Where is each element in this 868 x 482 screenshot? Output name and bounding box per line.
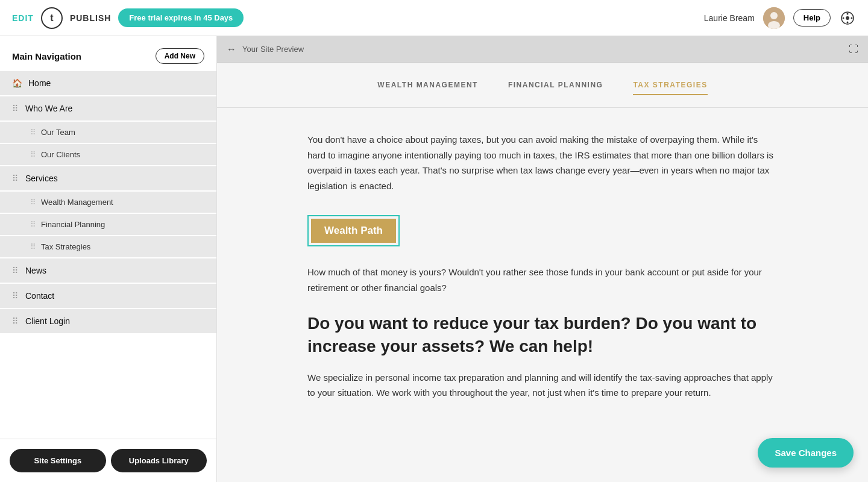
preview-label: Your Site Preview [242, 45, 304, 54]
svg-point-7 [843, 17, 844, 19]
nav-subitem-wealth-management-label: Wealth Management [41, 198, 113, 207]
nav-subitem-tax-strategies-label: Tax Strategies [41, 242, 90, 251]
svg-point-4 [846, 16, 849, 20]
nav-subitem-tax-strategies[interactable]: ⠿ Tax Strategies [0, 236, 216, 257]
sidebar-title: Main Navigation [12, 51, 81, 61]
site-settings-button[interactable]: Site Settings [10, 449, 106, 472]
wealth-path-button[interactable]: Wealth Path [311, 219, 396, 243]
trial-badge: Free trial expires in 45 Days [118, 8, 244, 27]
home-icon: 🏠 [12, 78, 22, 88]
drag-handle-icon: ⠿ [12, 104, 18, 113]
cta-heading: Do you want to reduce your tax burden? D… [307, 312, 778, 358]
nav-subitem-wealth-management[interactable]: ⠿ Wealth Management [0, 192, 216, 213]
nav-item-who-we-are-label: Who We Are [25, 104, 72, 113]
nav-item-services[interactable]: ⠿ Services [0, 166, 216, 190]
site-inner: WEALTH MANAGEMENT FINANCIAL PLANNING TAX… [217, 63, 868, 482]
add-new-button[interactable]: Add New [156, 48, 204, 64]
tab-tax-strategies[interactable]: TAX STRATEGIES [633, 81, 707, 95]
nav-subitem-our-clients-label: Our Clients [41, 150, 80, 159]
nav-subitem-financial-planning-label: Financial Planning [41, 220, 105, 229]
nav-item-home[interactable]: 🏠 Home [0, 71, 216, 95]
intro-text: You don't have a choice about paying tax… [307, 132, 778, 193]
drag-handle-icon: ⠿ [30, 150, 36, 159]
top-bar-right: Laurie Bream Help [704, 7, 856, 29]
main-layout: Main Navigation Add New 🏠 Home ⠿ Who We … [0, 36, 868, 482]
nav-item-client-login-label: Client Login [25, 316, 70, 326]
wealth-path-container: Wealth Path [307, 215, 778, 246]
nav-subitem-our-team-label: Our Team [41, 128, 75, 137]
nav-item-services-label: Services [25, 174, 58, 183]
preview-bar: ↔ Your Site Preview ⛶ [217, 36, 868, 63]
drag-handle-icon: ⠿ [30, 242, 36, 251]
avatar [763, 7, 785, 29]
nav-item-who-we-are[interactable]: ⠿ Who We Are [0, 96, 216, 120]
nav-subitem-our-team[interactable]: ⠿ Our Team [0, 122, 216, 143]
wealth-path-btn-wrapper: Wealth Path [307, 215, 400, 246]
sidebar-header: Main Navigation Add New [0, 36, 216, 71]
tab-financial-planning[interactable]: FINANCIAL PLANNING [508, 81, 603, 95]
drag-handle-icon: ⠿ [30, 128, 36, 137]
nav-item-home-label: Home [28, 78, 51, 88]
sidebar-nav: 🏠 Home ⠿ Who We Are ⠿ Our Team ⠿ Our Cli… [0, 71, 216, 439]
svg-point-1 [770, 12, 778, 19]
nav-subitem-financial-planning[interactable]: ⠿ Financial Planning [0, 214, 216, 235]
user-name: Laurie Bream [704, 13, 755, 23]
save-changes-button[interactable]: Save Changes [758, 438, 854, 468]
site-content: WEALTH MANAGEMENT FINANCIAL PLANNING TAX… [217, 63, 868, 482]
drag-handle-icon: ⠿ [12, 174, 18, 183]
nav-item-contact-label: Contact [25, 291, 54, 301]
help-button[interactable]: Help [793, 9, 831, 27]
content-area: ↔ Your Site Preview ⛶ WEALTH MANAGEMENT … [217, 36, 868, 482]
edit-label[interactable]: EDIT [12, 13, 34, 23]
drag-handle-icon: ⠿ [12, 291, 18, 301]
settings-icon[interactable] [839, 10, 856, 27]
tab-wealth-management[interactable]: WEALTH MANAGEMENT [377, 81, 478, 95]
drag-handle-icon: ⠿ [30, 220, 36, 229]
cta-body: We specialize in personal income tax pre… [307, 370, 778, 401]
drag-handle-icon: ⠿ [30, 198, 36, 207]
drag-handle-icon: ⠿ [12, 266, 18, 275]
nav-item-contact[interactable]: ⠿ Contact [0, 284, 216, 308]
uploads-library-button[interactable]: Uploads Library [111, 449, 207, 472]
top-bar: EDIT t PUBLISH Free trial expires in 45 … [0, 0, 868, 36]
sidebar: Main Navigation Add New 🏠 Home ⠿ Who We … [0, 36, 217, 482]
drag-handle-icon: ⠿ [12, 316, 18, 326]
svg-point-6 [847, 21, 849, 23]
sub-text: How much of that money is yours? Wouldn'… [307, 264, 778, 295]
publish-label[interactable]: PUBLISH [70, 13, 111, 23]
svg-point-8 [851, 17, 853, 19]
nav-item-client-login[interactable]: ⠿ Client Login [0, 309, 216, 333]
page-content: You don't have a choice about paying tax… [295, 108, 790, 425]
nav-item-news[interactable]: ⠿ News [0, 258, 216, 283]
nav-subitem-our-clients[interactable]: ⠿ Our Clients [0, 144, 216, 165]
preview-arrows-icon: ↔ [227, 44, 236, 55]
nav-item-news-label: News [25, 266, 46, 275]
sidebar-footer: Site Settings Uploads Library [0, 439, 216, 482]
expand-icon[interactable]: ⛶ [849, 44, 858, 55]
site-nav-tabs: WEALTH MANAGEMENT FINANCIAL PLANNING TAX… [217, 63, 868, 108]
svg-point-5 [847, 13, 849, 14]
top-bar-left: EDIT t PUBLISH Free trial expires in 45 … [12, 7, 244, 29]
logo-icon[interactable]: t [41, 7, 63, 29]
